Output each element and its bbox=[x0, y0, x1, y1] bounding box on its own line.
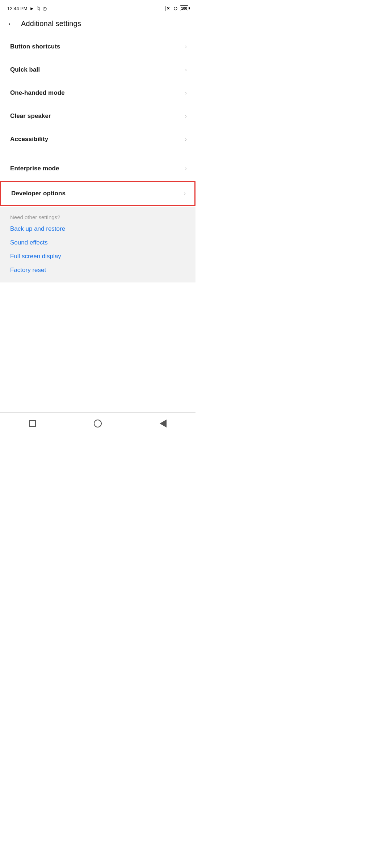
status-left: 12:44 PM ► ⇅ ◷ bbox=[7, 6, 47, 11]
settings-item-clear-speaker[interactable]: Clear speaker › bbox=[0, 105, 196, 128]
battery-icon: 100 bbox=[180, 5, 188, 11]
back-icon bbox=[160, 420, 167, 427]
settings-item-quick-ball[interactable]: Quick ball › bbox=[0, 58, 196, 81]
settings-item-label: Clear speaker bbox=[10, 112, 51, 120]
settings-item-label: Enterprise mode bbox=[10, 165, 59, 172]
status-time: 12:44 PM bbox=[7, 6, 28, 11]
location-icon: ► bbox=[30, 6, 34, 11]
data-transfer-icon: ⇅ bbox=[37, 6, 41, 11]
settings-item-accessibility[interactable]: Accessibility › bbox=[0, 128, 196, 151]
need-other-settings-label: Need other settings? bbox=[10, 214, 185, 220]
back-button[interactable]: ← bbox=[7, 20, 15, 28]
nav-bar bbox=[0, 412, 196, 434]
quick-link-factory-reset[interactable]: Factory reset bbox=[10, 267, 185, 274]
settings-item-label: Quick ball bbox=[10, 66, 40, 73]
chevron-right-icon: › bbox=[184, 190, 186, 197]
page-title: Additional settings bbox=[21, 20, 81, 28]
settings-item-label: Accessibility bbox=[10, 136, 48, 143]
settings-list: Button shortcuts › Quick ball › One-hand… bbox=[0, 35, 196, 206]
chevron-right-icon: › bbox=[185, 90, 187, 96]
chevron-right-icon: › bbox=[185, 136, 187, 142]
home-icon bbox=[94, 420, 102, 427]
settings-item-label: Button shortcuts bbox=[10, 43, 60, 50]
settings-item-label: Developer options bbox=[11, 190, 66, 197]
alarm-icon: ◷ bbox=[43, 6, 47, 11]
screenshot-icon: ✕ bbox=[165, 6, 171, 11]
chevron-right-icon: › bbox=[185, 67, 187, 73]
settings-item-developer-options[interactable]: Developer options › bbox=[0, 181, 196, 206]
back-nav-button[interactable] bbox=[152, 413, 174, 434]
chevron-right-icon: › bbox=[185, 113, 187, 119]
wifi-icon: ⊜ bbox=[173, 5, 178, 11]
quick-link-back-up-restore[interactable]: Back up and restore bbox=[10, 225, 185, 233]
chevron-right-icon: › bbox=[185, 43, 187, 50]
settings-item-label: One-handed mode bbox=[10, 89, 65, 97]
home-button[interactable] bbox=[87, 413, 109, 434]
header: ← Additional settings bbox=[0, 16, 196, 35]
quick-link-full-screen-display[interactable]: Full screen display bbox=[10, 253, 185, 260]
bottom-section: Need other settings? Back up and restore… bbox=[0, 207, 196, 282]
settings-item-enterprise-mode[interactable]: Enterprise mode › bbox=[0, 157, 196, 180]
chevron-right-icon: › bbox=[185, 165, 187, 172]
quick-link-sound-effects[interactable]: Sound effects bbox=[10, 239, 185, 246]
recent-apps-icon bbox=[29, 420, 36, 427]
status-right: ✕ ⊜ 100 bbox=[165, 5, 188, 11]
section-divider bbox=[0, 154, 196, 154]
recent-apps-button[interactable] bbox=[22, 413, 43, 434]
status-bar: 12:44 PM ► ⇅ ◷ ✕ ⊜ 100 bbox=[0, 0, 196, 16]
settings-item-one-handed-mode[interactable]: One-handed mode › bbox=[0, 81, 196, 105]
settings-item-button-shortcuts[interactable]: Button shortcuts › bbox=[0, 35, 196, 58]
